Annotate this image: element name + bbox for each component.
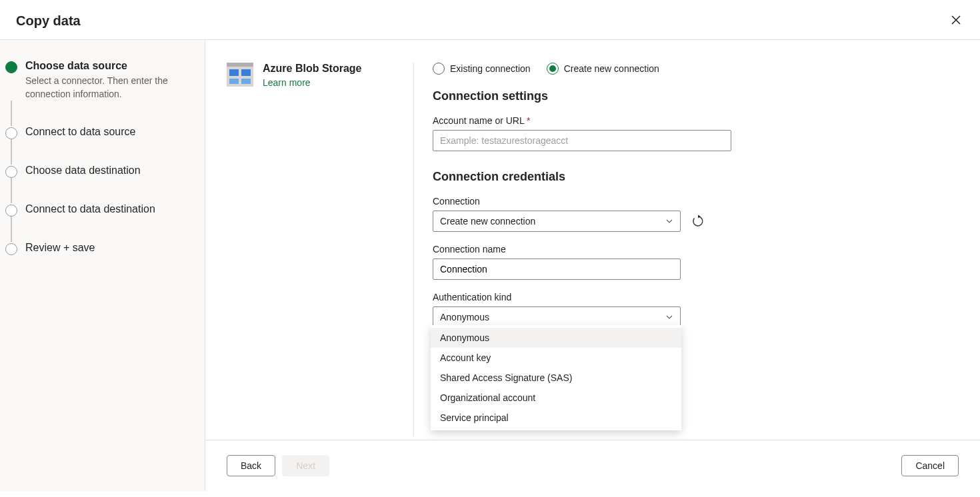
radio-create-new-connection[interactable]: Create new connection — [547, 63, 659, 75]
step-connector-line — [11, 139, 12, 165]
connection-select[interactable]: Create new connection — [433, 211, 681, 232]
step-connector-line — [11, 178, 12, 203]
divider — [413, 63, 414, 436]
back-button[interactable]: Back — [227, 455, 275, 476]
step-label: Choose data destination — [25, 165, 141, 177]
account-name-label: Account name or URL * — [433, 115, 953, 126]
refresh-button[interactable] — [690, 213, 706, 229]
next-button: Next — [282, 455, 329, 476]
step-indicator-icon — [5, 205, 17, 217]
svg-rect-6 — [229, 79, 239, 84]
authentication-kind-dropdown: Anonymous Account key Shared Access Sign… — [431, 325, 681, 430]
auth-option-organizational[interactable]: Organizational account — [431, 388, 681, 408]
step-indicator-icon — [5, 127, 17, 139]
step-connect-to-data-destination[interactable]: Connect to data destination — [5, 203, 194, 217]
step-label: Connect to data destination — [25, 203, 155, 215]
step-connect-to-data-source[interactable]: Connect to data source — [5, 126, 194, 139]
wizard-sidebar: Choose data source Select a connector. T… — [0, 40, 205, 491]
learn-more-link[interactable]: Learn more — [263, 77, 361, 88]
close-button[interactable] — [948, 12, 964, 30]
step-label: Review + save — [25, 242, 95, 254]
radio-icon — [547, 63, 559, 75]
connection-settings-heading: Connection settings — [433, 89, 953, 103]
step-connector-line — [11, 101, 12, 126]
radio-existing-connection[interactable]: Existing connection — [433, 63, 531, 75]
svg-rect-3 — [227, 63, 253, 67]
azure-blob-storage-icon — [227, 63, 253, 87]
step-choose-data-source[interactable]: Choose data source Select a connector. T… — [5, 60, 194, 101]
svg-rect-5 — [241, 69, 251, 76]
connection-label: Connection — [433, 196, 681, 207]
step-label: Connect to data source — [25, 126, 135, 138]
step-indicator-icon — [5, 166, 17, 178]
connection-name-label: Connection name — [433, 244, 953, 254]
select-value: Create new connection — [440, 216, 535, 227]
account-name-input[interactable] — [433, 130, 731, 151]
refresh-icon — [692, 215, 704, 227]
step-label: Choose data source — [25, 60, 179, 72]
step-choose-data-destination[interactable]: Choose data destination — [5, 165, 194, 178]
connection-mode-radio-group: Existing connection Create new connectio… — [433, 63, 953, 75]
auth-option-anonymous[interactable]: Anonymous — [431, 328, 681, 348]
connection-name-input[interactable] — [433, 258, 681, 280]
connection-credentials-heading: Connection credentials — [433, 170, 953, 184]
auth-option-sas[interactable]: Shared Access Signature (SAS) — [431, 368, 681, 388]
step-review-save[interactable]: Review + save — [5, 242, 194, 255]
step-description: Select a connector. Then enter the conne… — [25, 75, 179, 101]
auth-option-account-key[interactable]: Account key — [431, 348, 681, 368]
radio-label: Create new connection — [564, 63, 659, 74]
step-connector-line — [11, 217, 12, 242]
step-indicator-icon — [5, 61, 17, 73]
svg-rect-7 — [241, 79, 251, 84]
authentication-kind-label: Authentication kind — [433, 292, 953, 302]
select-value: Anonymous — [440, 312, 489, 322]
chevron-down-icon — [665, 217, 673, 225]
auth-option-service-principal[interactable]: Service principal — [431, 408, 681, 428]
chevron-down-icon — [665, 313, 673, 321]
dialog-footer: Back Next Cancel — [205, 440, 980, 491]
dialog-header: Copy data — [0, 0, 980, 40]
cancel-button[interactable]: Cancel — [901, 455, 959, 476]
connector-header: Azure Blob Storage Learn more — [227, 63, 413, 440]
svg-rect-4 — [229, 69, 239, 76]
close-icon — [951, 15, 961, 25]
dialog-title: Copy data — [16, 13, 81, 29]
step-indicator-icon — [5, 243, 17, 255]
radio-icon — [433, 63, 445, 75]
connector-name: Azure Blob Storage — [263, 63, 361, 75]
radio-label: Existing connection — [450, 63, 531, 74]
